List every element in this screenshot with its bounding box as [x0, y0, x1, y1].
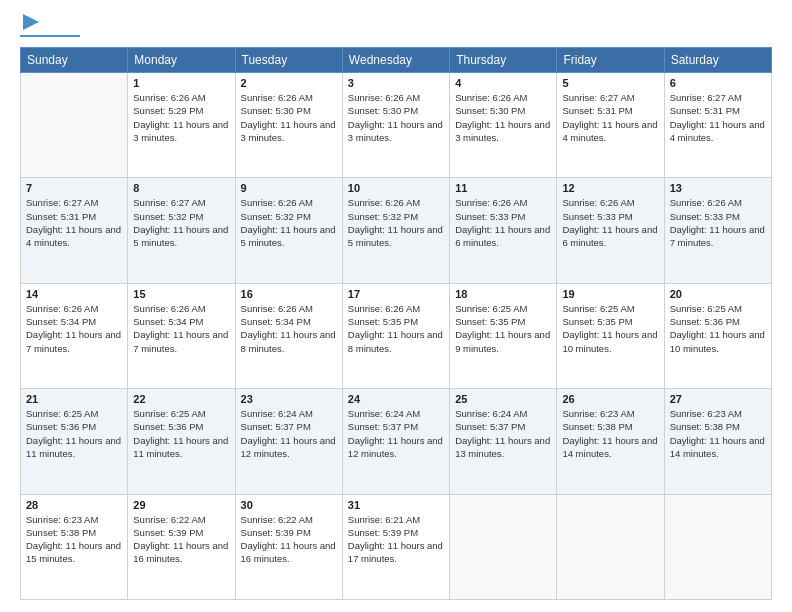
weekday-header: Tuesday — [235, 48, 342, 73]
calendar-cell: 13Sunrise: 6:26 AMSunset: 5:33 PMDayligh… — [664, 178, 771, 283]
day-number: 13 — [670, 182, 766, 194]
day-number: 1 — [133, 77, 229, 89]
day-number: 20 — [670, 288, 766, 300]
day-number: 26 — [562, 393, 658, 405]
svg-marker-0 — [23, 14, 39, 30]
day-number: 21 — [26, 393, 122, 405]
weekday-header: Wednesday — [342, 48, 449, 73]
calendar-cell — [557, 494, 664, 599]
day-info: Sunrise: 6:26 AMSunset: 5:33 PMDaylight:… — [670, 196, 766, 249]
day-info: Sunrise: 6:25 AMSunset: 5:36 PMDaylight:… — [670, 302, 766, 355]
calendar-cell: 8Sunrise: 6:27 AMSunset: 5:32 PMDaylight… — [128, 178, 235, 283]
day-number: 15 — [133, 288, 229, 300]
day-number: 3 — [348, 77, 444, 89]
calendar-cell: 20Sunrise: 6:25 AMSunset: 5:36 PMDayligh… — [664, 283, 771, 388]
day-number: 9 — [241, 182, 337, 194]
weekday-header: Monday — [128, 48, 235, 73]
calendar-cell: 17Sunrise: 6:26 AMSunset: 5:35 PMDayligh… — [342, 283, 449, 388]
calendar-cell — [21, 73, 128, 178]
day-number: 17 — [348, 288, 444, 300]
day-number: 24 — [348, 393, 444, 405]
day-number: 22 — [133, 393, 229, 405]
day-info: Sunrise: 6:27 AMSunset: 5:31 PMDaylight:… — [26, 196, 122, 249]
calendar-cell: 21Sunrise: 6:25 AMSunset: 5:36 PMDayligh… — [21, 389, 128, 494]
calendar-cell: 3Sunrise: 6:26 AMSunset: 5:30 PMDaylight… — [342, 73, 449, 178]
day-info: Sunrise: 6:26 AMSunset: 5:34 PMDaylight:… — [26, 302, 122, 355]
day-info: Sunrise: 6:26 AMSunset: 5:32 PMDaylight:… — [348, 196, 444, 249]
day-info: Sunrise: 6:25 AMSunset: 5:35 PMDaylight:… — [562, 302, 658, 355]
calendar-cell: 6Sunrise: 6:27 AMSunset: 5:31 PMDaylight… — [664, 73, 771, 178]
day-info: Sunrise: 6:21 AMSunset: 5:39 PMDaylight:… — [348, 513, 444, 566]
calendar-cell — [450, 494, 557, 599]
calendar-cell — [664, 494, 771, 599]
day-info: Sunrise: 6:27 AMSunset: 5:31 PMDaylight:… — [562, 91, 658, 144]
day-info: Sunrise: 6:23 AMSunset: 5:38 PMDaylight:… — [562, 407, 658, 460]
day-number: 2 — [241, 77, 337, 89]
day-number: 29 — [133, 499, 229, 511]
calendar-cell: 10Sunrise: 6:26 AMSunset: 5:32 PMDayligh… — [342, 178, 449, 283]
logo-arrow-icon — [23, 14, 39, 34]
day-info: Sunrise: 6:25 AMSunset: 5:36 PMDaylight:… — [26, 407, 122, 460]
calendar-cell: 19Sunrise: 6:25 AMSunset: 5:35 PMDayligh… — [557, 283, 664, 388]
day-info: Sunrise: 6:24 AMSunset: 5:37 PMDaylight:… — [241, 407, 337, 460]
day-info: Sunrise: 6:25 AMSunset: 5:36 PMDaylight:… — [133, 407, 229, 460]
day-info: Sunrise: 6:26 AMSunset: 5:30 PMDaylight:… — [241, 91, 337, 144]
day-info: Sunrise: 6:26 AMSunset: 5:33 PMDaylight:… — [455, 196, 551, 249]
calendar-cell: 15Sunrise: 6:26 AMSunset: 5:34 PMDayligh… — [128, 283, 235, 388]
day-info: Sunrise: 6:22 AMSunset: 5:39 PMDaylight:… — [241, 513, 337, 566]
day-number: 30 — [241, 499, 337, 511]
header — [20, 16, 772, 37]
day-number: 23 — [241, 393, 337, 405]
calendar-cell: 11Sunrise: 6:26 AMSunset: 5:33 PMDayligh… — [450, 178, 557, 283]
day-number: 25 — [455, 393, 551, 405]
day-info: Sunrise: 6:25 AMSunset: 5:35 PMDaylight:… — [455, 302, 551, 355]
logo — [20, 16, 80, 37]
calendar-cell: 24Sunrise: 6:24 AMSunset: 5:37 PMDayligh… — [342, 389, 449, 494]
day-number: 8 — [133, 182, 229, 194]
day-number: 16 — [241, 288, 337, 300]
day-number: 31 — [348, 499, 444, 511]
calendar-cell: 29Sunrise: 6:22 AMSunset: 5:39 PMDayligh… — [128, 494, 235, 599]
calendar-cell: 23Sunrise: 6:24 AMSunset: 5:37 PMDayligh… — [235, 389, 342, 494]
day-number: 11 — [455, 182, 551, 194]
day-info: Sunrise: 6:23 AMSunset: 5:38 PMDaylight:… — [26, 513, 122, 566]
day-info: Sunrise: 6:26 AMSunset: 5:35 PMDaylight:… — [348, 302, 444, 355]
day-info: Sunrise: 6:26 AMSunset: 5:34 PMDaylight:… — [241, 302, 337, 355]
page: SundayMondayTuesdayWednesdayThursdayFrid… — [0, 0, 792, 612]
day-number: 28 — [26, 499, 122, 511]
calendar-cell: 28Sunrise: 6:23 AMSunset: 5:38 PMDayligh… — [21, 494, 128, 599]
calendar-cell: 7Sunrise: 6:27 AMSunset: 5:31 PMDaylight… — [21, 178, 128, 283]
calendar-cell: 12Sunrise: 6:26 AMSunset: 5:33 PMDayligh… — [557, 178, 664, 283]
day-number: 27 — [670, 393, 766, 405]
day-info: Sunrise: 6:26 AMSunset: 5:33 PMDaylight:… — [562, 196, 658, 249]
calendar-cell: 16Sunrise: 6:26 AMSunset: 5:34 PMDayligh… — [235, 283, 342, 388]
weekday-header: Sunday — [21, 48, 128, 73]
day-info: Sunrise: 6:26 AMSunset: 5:32 PMDaylight:… — [241, 196, 337, 249]
day-number: 19 — [562, 288, 658, 300]
day-number: 6 — [670, 77, 766, 89]
day-info: Sunrise: 6:24 AMSunset: 5:37 PMDaylight:… — [348, 407, 444, 460]
day-number: 14 — [26, 288, 122, 300]
day-number: 4 — [455, 77, 551, 89]
logo-underline — [20, 35, 80, 37]
day-info: Sunrise: 6:27 AMSunset: 5:32 PMDaylight:… — [133, 196, 229, 249]
calendar-cell: 18Sunrise: 6:25 AMSunset: 5:35 PMDayligh… — [450, 283, 557, 388]
calendar-cell: 9Sunrise: 6:26 AMSunset: 5:32 PMDaylight… — [235, 178, 342, 283]
day-info: Sunrise: 6:24 AMSunset: 5:37 PMDaylight:… — [455, 407, 551, 460]
calendar-table: SundayMondayTuesdayWednesdayThursdayFrid… — [20, 47, 772, 600]
calendar-cell: 26Sunrise: 6:23 AMSunset: 5:38 PMDayligh… — [557, 389, 664, 494]
day-info: Sunrise: 6:26 AMSunset: 5:30 PMDaylight:… — [348, 91, 444, 144]
day-info: Sunrise: 6:26 AMSunset: 5:29 PMDaylight:… — [133, 91, 229, 144]
calendar-cell: 5Sunrise: 6:27 AMSunset: 5:31 PMDaylight… — [557, 73, 664, 178]
day-number: 5 — [562, 77, 658, 89]
calendar-cell: 1Sunrise: 6:26 AMSunset: 5:29 PMDaylight… — [128, 73, 235, 178]
weekday-header: Thursday — [450, 48, 557, 73]
day-info: Sunrise: 6:26 AMSunset: 5:34 PMDaylight:… — [133, 302, 229, 355]
day-number: 7 — [26, 182, 122, 194]
calendar-cell: 30Sunrise: 6:22 AMSunset: 5:39 PMDayligh… — [235, 494, 342, 599]
day-number: 18 — [455, 288, 551, 300]
day-info: Sunrise: 6:22 AMSunset: 5:39 PMDaylight:… — [133, 513, 229, 566]
day-number: 10 — [348, 182, 444, 194]
calendar-cell: 14Sunrise: 6:26 AMSunset: 5:34 PMDayligh… — [21, 283, 128, 388]
day-info: Sunrise: 6:27 AMSunset: 5:31 PMDaylight:… — [670, 91, 766, 144]
